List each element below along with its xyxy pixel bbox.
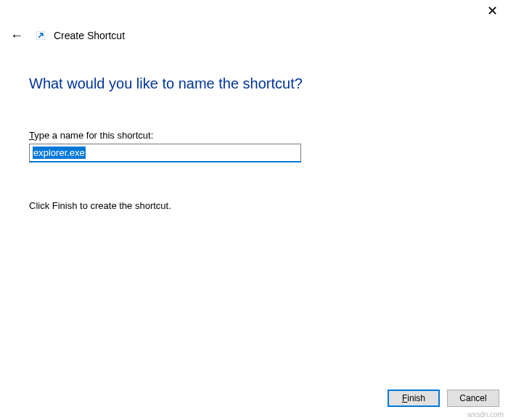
finish-rest: inish (407, 393, 425, 403)
footer-buttons: Finish Cancel (388, 390, 499, 407)
back-arrow-icon[interactable]: ← (10, 29, 23, 42)
close-button[interactable]: ✕ (487, 4, 498, 17)
cancel-label: Cancel (459, 393, 486, 403)
input-value-selected: explorer.exe (33, 147, 86, 159)
shortcut-name-input[interactable]: explorer.exe (29, 144, 301, 162)
input-label: Type a name for this shortcut: (29, 130, 479, 141)
input-label-rest: ype a name for this shortcut: (34, 130, 153, 141)
finish-button[interactable]: Finish (388, 390, 440, 407)
header: ← Create Shortcut (10, 29, 125, 42)
instruction-text: Click Finish to create the shortcut. (29, 200, 479, 211)
shortcut-icon (36, 31, 45, 40)
page-heading: What would you like to name the shortcut… (29, 75, 479, 92)
content-area: What would you like to name the shortcut… (29, 75, 479, 211)
cancel-button[interactable]: Cancel (447, 390, 499, 407)
window-title: Create Shortcut (54, 30, 125, 41)
watermark: wxsdn.com (467, 411, 504, 419)
